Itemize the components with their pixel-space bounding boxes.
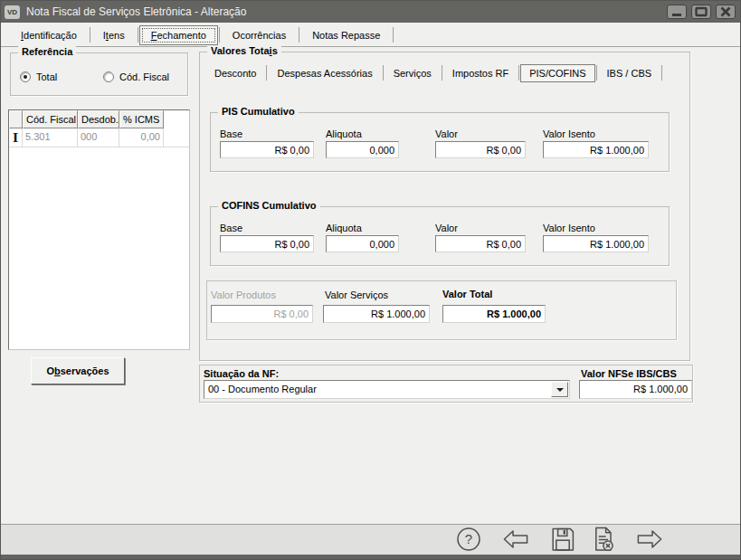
save-button[interactable] — [549, 526, 576, 553]
cell-desdob[interactable]: 000 — [78, 128, 119, 147]
tab-fechamento[interactable]: Fechamento — [139, 25, 218, 45]
valores-tab-bar: Desconto Despesas Acessórias Serviços Im… — [205, 62, 684, 84]
chevron-down-icon — [556, 388, 564, 392]
situacao-label: Situação da NF: — [204, 368, 279, 379]
minimize-icon — [668, 5, 686, 18]
table-row[interactable]: I 5.301 000 0,00 — [9, 128, 189, 147]
cofins-cumulativo-group: COFINS Cumulativo Base R$ 0,00 Aliquota … — [210, 206, 670, 266]
cofins-aliquota-label: Aliquota — [326, 223, 362, 233]
fiscal-grid: Cód. Fiscal Desdob. % ICMS I 5.301 000 0… — [8, 109, 190, 350]
pis-aliquota-label: Aliquota — [326, 128, 362, 139]
close-icon — [717, 5, 735, 18]
valores-totais-group: Valores Totais Desconto Despesas Acessór… — [199, 52, 690, 361]
pis-cumulativo-title: PIS Cumulativo — [218, 106, 299, 117]
valores-totais-title: Valores Totais — [207, 45, 281, 56]
window-bottom-border — [1, 555, 740, 560]
valor-servicos-field[interactable]: R$ 1.000,00 — [323, 305, 430, 323]
tab-separator — [219, 27, 220, 43]
tab-pis-cofins[interactable]: PIS/COFINS — [520, 64, 594, 82]
cofins-aliquota-field[interactable]: 0,000 — [326, 235, 399, 252]
radio-total-icon — [20, 71, 31, 82]
maximize-icon — [692, 5, 710, 18]
tab-notas-repasse[interactable]: Notas Repasse — [300, 25, 392, 45]
radio-total-label: Total — [36, 71, 57, 82]
tab-identificacao[interactable]: Identificação — [9, 25, 89, 45]
grid-header-desdob[interactable]: Desdob. — [78, 110, 119, 128]
help-button[interactable]: ? — [455, 526, 482, 553]
bottom-toolbar: ? — [1, 524, 740, 555]
next-button[interactable] — [636, 526, 663, 553]
cancel-document-button[interactable] — [589, 526, 616, 553]
pis-base-label: Base — [220, 128, 242, 139]
pis-valor-field[interactable]: R$ 0,00 — [435, 141, 526, 158]
cofins-valor-isento-field[interactable]: R$ 1.000,00 — [543, 235, 649, 252]
arrow-left-icon — [502, 526, 529, 553]
document-cancel-icon — [589, 526, 616, 553]
valor-total-field[interactable]: R$ 1.000,00 — [442, 305, 546, 323]
valor-servicos-label: Valor Serviços — [325, 289, 388, 300]
pis-valor-isento-label: Valor Isento — [543, 128, 595, 139]
main-tab-bar: Identificação Itens Fechamento Ocorrênci… — [1, 24, 740, 47]
tab-itens[interactable]: Itens — [91, 25, 137, 45]
tab-impostos-rf[interactable]: Impostos RF — [443, 64, 518, 82]
cofins-base-label: Base — [220, 223, 242, 233]
observacoes-button[interactable]: Observações — [31, 357, 125, 384]
radio-cod-fiscal-icon — [103, 71, 114, 82]
cofins-valor-label: Valor — [435, 223, 458, 233]
pis-valor-isento-field[interactable]: R$ 1.000,00 — [543, 141, 649, 158]
totals-panel: Valor Produtos R$ 0,00 Valor Serviços R$… — [206, 280, 677, 340]
situacao-dropdown-button[interactable] — [551, 382, 568, 397]
situacao-panel: Situação da NF: 00 - Documento Regular V… — [199, 365, 693, 403]
referencia-group: Referência Total Cód. Fiscal — [10, 52, 188, 96]
grid-header-indicator — [9, 110, 23, 128]
grid-header-row: Cód. Fiscal Desdob. % ICMS — [9, 110, 189, 128]
cofins-base-field[interactable]: R$ 0,00 — [220, 235, 314, 252]
grid-header-cod-fiscal[interactable]: Cód. Fiscal — [23, 110, 78, 128]
maximize-button[interactable] — [691, 5, 711, 19]
cofins-cumulativo-title: COFINS Cumulativo — [218, 200, 320, 211]
save-icon — [549, 526, 576, 553]
tab-separator — [90, 27, 90, 43]
pis-cumulativo-group: PIS Cumulativo Base R$ 0,00 Aliquota 0,0… — [210, 112, 670, 172]
tab-despesas-acessorias[interactable]: Despesas Acessórias — [268, 64, 381, 82]
pis-valor-label: Valor — [435, 128, 458, 139]
tab-separator — [266, 65, 267, 81]
minimize-button[interactable] — [667, 5, 687, 19]
nfse-ibs-cbs-label: Valor NFSe IBS/CBS — [581, 368, 677, 379]
cell-icms[interactable]: 0,00 — [119, 128, 164, 147]
arrow-right-icon — [636, 526, 663, 553]
tab-separator — [518, 65, 519, 81]
radio-total[interactable]: Total — [20, 71, 57, 82]
grid-header-icms[interactable]: % ICMS — [119, 110, 164, 128]
cell-cod-fiscal[interactable]: 5.301 — [23, 128, 78, 147]
tab-separator — [393, 27, 394, 43]
situacao-combobox[interactable]: 00 - Documento Regular — [204, 380, 570, 399]
tab-servicos[interactable]: Serviços — [385, 64, 441, 82]
previous-button[interactable] — [502, 526, 529, 553]
window-title: Nota Fiscal de Serviços Eletrônica - Alt… — [26, 5, 246, 18]
pis-aliquota-field[interactable]: 0,000 — [326, 141, 399, 158]
valor-produtos-field[interactable]: R$ 0,00 — [211, 305, 313, 323]
valor-produtos-label: Valor Produtos — [211, 289, 276, 300]
radio-cod-fiscal[interactable]: Cód. Fiscal — [103, 71, 169, 82]
help-icon: ? — [455, 526, 482, 553]
cofins-valor-isento-label: Valor Isento — [543, 223, 595, 233]
title-bar[interactable]: VD Nota Fiscal de Serviços Eletrônica - … — [1, 1, 740, 23]
row-indicator-icon: I — [9, 128, 23, 147]
tab-ocorrencias[interactable]: Ocorrências — [221, 25, 298, 45]
nfse-ibs-cbs-field[interactable]: R$ 1.000,00 — [579, 380, 692, 399]
svg-text:?: ? — [465, 531, 472, 546]
pis-base-field[interactable]: R$ 0,00 — [220, 141, 314, 158]
tab-ibs-cbs[interactable]: IBS / CBS — [598, 64, 661, 82]
cofins-valor-field[interactable]: R$ 0,00 — [435, 235, 526, 252]
valor-total-label: Valor Total — [442, 289, 492, 299]
tab-separator — [299, 27, 299, 43]
tab-separator — [138, 27, 138, 43]
tab-separator — [383, 65, 384, 81]
window-controls — [667, 5, 736, 19]
tab-desconto[interactable]: Desconto — [205, 64, 265, 82]
window-nota-fiscal: VD Nota Fiscal de Serviços Eletrônica - … — [0, 0, 741, 560]
close-button[interactable] — [716, 5, 736, 19]
situacao-value: 00 - Documento Regular — [208, 384, 317, 394]
radio-cod-fiscal-label: Cód. Fiscal — [119, 71, 169, 82]
